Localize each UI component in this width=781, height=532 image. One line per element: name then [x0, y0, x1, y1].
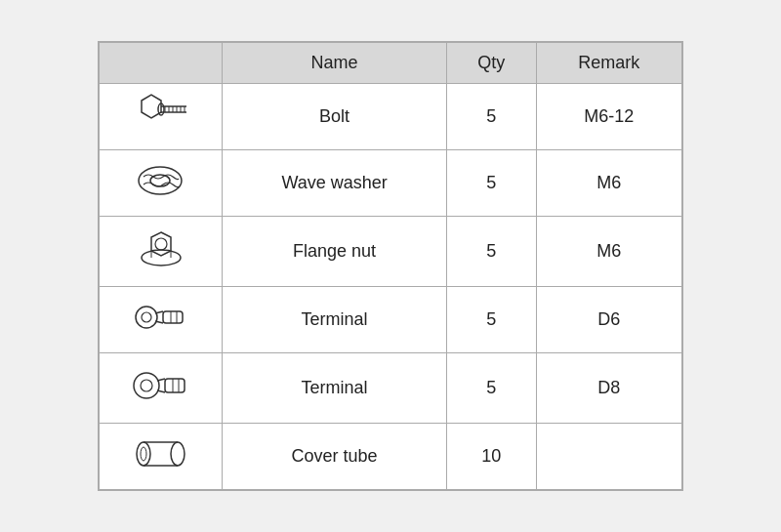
svg-point-17: [136, 307, 157, 328]
svg-point-24: [134, 373, 159, 398]
icon-cover-tube: [100, 424, 223, 490]
parts-table: Name Qty Remark: [98, 41, 683, 491]
part-qty: 5: [446, 353, 536, 424]
svg-rect-21: [163, 311, 183, 323]
part-remark: D6: [536, 287, 681, 353]
svg-line-26: [157, 379, 165, 381]
col-header-qty: Qty: [446, 43, 536, 84]
part-name: Cover tube: [223, 424, 447, 490]
col-header-name: Name: [223, 43, 447, 84]
table-row: Flange nut5M6: [100, 217, 682, 287]
svg-point-35: [141, 447, 146, 461]
table-row: Wave washer5M6: [100, 150, 682, 217]
part-remark: M6: [536, 217, 681, 287]
part-qty: 10: [446, 424, 536, 490]
table-row: Terminal5D6: [100, 287, 682, 353]
part-qty: 5: [446, 84, 536, 150]
table-row: Bolt5M6-12: [100, 84, 682, 150]
part-name: Terminal: [223, 287, 447, 353]
svg-marker-13: [151, 232, 171, 256]
part-qty: 5: [446, 150, 536, 217]
table-row: Cover tube10: [100, 424, 682, 490]
svg-point-10: [139, 167, 182, 194]
col-header-remark: Remark: [536, 43, 681, 84]
part-remark: M6: [536, 150, 681, 217]
icon-wave-washer: [100, 150, 223, 217]
svg-line-27: [157, 390, 165, 392]
icon-terminal-d8: [100, 353, 223, 424]
svg-point-14: [155, 238, 167, 250]
svg-point-25: [141, 380, 152, 391]
icon-flange-nut: [100, 217, 223, 287]
part-name: Flange nut: [223, 217, 447, 287]
svg-point-18: [142, 312, 151, 322]
svg-point-12: [142, 250, 181, 266]
svg-rect-28: [165, 379, 185, 392]
part-name: Terminal: [223, 353, 447, 424]
icon-bolt: [100, 84, 223, 150]
part-name: Bolt: [223, 84, 447, 150]
svg-point-32: [171, 442, 185, 466]
part-name: Wave washer: [223, 150, 447, 217]
icon-terminal-d6: [100, 287, 223, 353]
table-row: Terminal5D8: [100, 353, 682, 424]
part-qty: 5: [446, 287, 536, 353]
svg-point-31: [137, 442, 150, 466]
part-qty: 5: [446, 217, 536, 287]
part-remark: [536, 424, 681, 490]
col-header-icon: [100, 43, 223, 84]
part-remark: M6-12: [536, 84, 681, 150]
part-remark: D8: [536, 353, 681, 424]
